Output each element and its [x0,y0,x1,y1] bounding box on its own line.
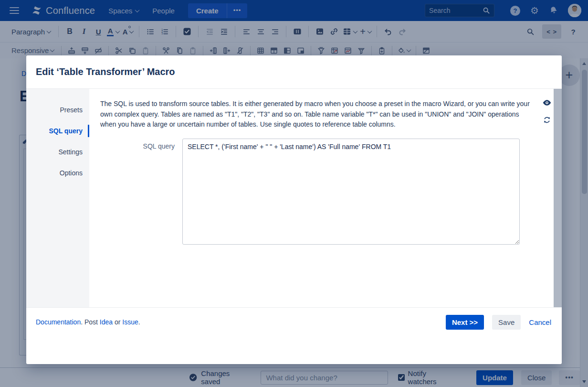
dialog-content: The SQL is used to transform source tabl… [89,89,540,307]
sql-query-label: SQL query [100,139,182,245]
dialog-footer: Documentation. Post Idea or Issue. Next … [26,307,562,364]
dialog-side-tools [540,89,554,307]
dialog-header: Edit ‘Table Transformer’ Macro [26,55,562,89]
next-button[interactable]: Next >> [446,315,484,330]
active-tab-indicator [88,125,89,137]
tab-sql-query[interactable]: SQL query [26,120,89,141]
refresh-icon [543,116,551,124]
eye-icon [542,98,552,108]
preview-button[interactable] [542,98,552,108]
tab-options[interactable]: Options [26,162,89,183]
refresh-button[interactable] [543,116,551,124]
cancel-button[interactable]: Cancel [529,318,551,326]
documentation-link[interactable]: Documentation [36,318,81,326]
dialog-title: Edit ‘Table Transformer’ Macro [36,66,175,77]
sql-query-textarea[interactable]: SELECT *, ('First name' + " " + 'Last na… [182,139,520,245]
tab-presets[interactable]: Presets [26,99,89,120]
macro-edit-dialog: Edit ‘Table Transformer’ Macro Presets S… [26,55,562,364]
dialog-sidebar: Presets SQL query Settings Options [26,89,89,307]
tab-settings[interactable]: Settings [26,141,89,162]
sql-description: The SQL is used to transform source tabl… [100,99,536,130]
idea-link[interactable]: Idea [100,318,113,326]
dialog-scrollbar[interactable] [554,89,562,307]
footer-links: Documentation. Post Idea or Issue. [36,315,140,326]
save-button[interactable]: Save [492,315,521,330]
issue-link[interactable]: Issue [122,318,138,326]
